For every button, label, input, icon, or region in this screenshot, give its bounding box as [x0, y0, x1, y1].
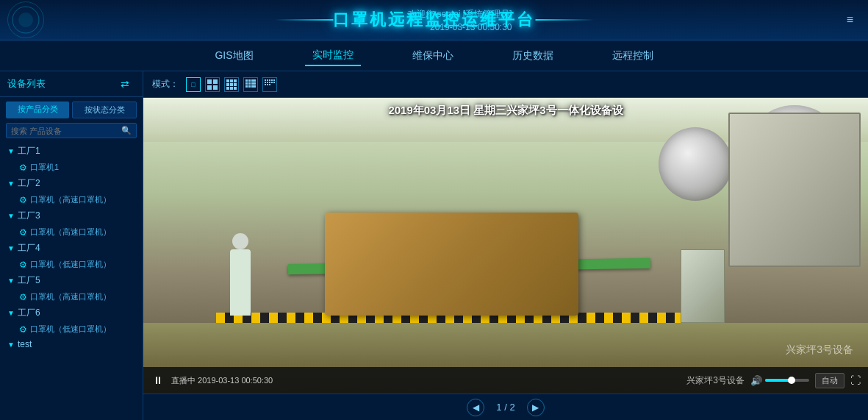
- svg-rect-13: [245, 79, 248, 82]
- device-icon-1-1: ⚙: [19, 163, 27, 173]
- tree-factory-1[interactable]: ▼ 工厂1: [3, 143, 140, 160]
- svg-rect-3: [213, 85, 218, 90]
- tree-factory-6[interactable]: ▼ 工厂6: [3, 305, 140, 321]
- tree-device-5-1[interactable]: ⚙ 口罩机（高速口罩机）: [3, 289, 140, 305]
- search-input[interactable]: [11, 127, 121, 135]
- header: 口罩机远程监控运维平台 欢迎您 sentai [系统管理员] 2019-03-1…: [0, 0, 868, 40]
- sidebar-title: 设备列表: [7, 77, 46, 90]
- svg-rect-14: [248, 79, 251, 82]
- svg-rect-20: [254, 82, 256, 85]
- factory-arrow-6: ▼: [7, 309, 15, 317]
- svg-rect-23: [251, 85, 254, 88]
- tree-device-3-1[interactable]: ⚙ 口罩机（高速口罩机）: [3, 224, 140, 240]
- tree-factory-2[interactable]: ▼ 工厂2: [3, 175, 140, 192]
- svg-rect-11: [230, 87, 233, 90]
- svg-rect-27: [269, 79, 270, 81]
- svg-rect-6: [234, 79, 237, 82]
- factory-label-2: 工厂2: [18, 177, 40, 190]
- svg-rect-28: [271, 79, 273, 81]
- volume-control: 🔊: [750, 375, 809, 386]
- menu-icon[interactable]: ≡: [847, 13, 853, 26]
- tree-device-4-1[interactable]: ⚙ 口罩机（低速口罩机）: [3, 257, 140, 272]
- header-deco-line-left: [274, 19, 333, 21]
- pause-button[interactable]: ⏸: [151, 373, 165, 388]
- svg-rect-18: [248, 82, 251, 85]
- tab-by-status[interactable]: 按状态分类: [72, 102, 137, 118]
- svg-rect-5: [230, 79, 233, 82]
- svg-rect-19: [251, 82, 254, 85]
- prev-page-button[interactable]: ◀: [467, 399, 484, 416]
- svg-rect-24: [254, 85, 256, 88]
- device-icon-6-1: ⚙: [19, 324, 27, 335]
- device-label-3-1: 口罩机（高速口罩机）: [30, 227, 111, 238]
- video-controls-bar: ⏸ 直播中 2019-03-13 00:50:30 兴家坪3号设备 🔊 自动 ⛶: [143, 367, 868, 394]
- header-deco-left: [7, 1, 44, 38]
- svg-rect-31: [267, 82, 268, 83]
- tree-device-6-1[interactable]: ⚙ 口罩机（低速口罩机）: [3, 321, 140, 337]
- search-box: 🔍: [6, 123, 137, 138]
- volume-slider-thumb: [788, 377, 795, 384]
- factory-label-3: 工厂3: [18, 210, 40, 222]
- nav-item-remote[interactable]: 远程控制: [605, 46, 661, 65]
- sidebar: 设备列表 ⇄ 按产品分类 按状态分类 🔍 ▼ 工厂1 ⚙ 口罩机1 ▼ 工厂2: [0, 71, 143, 420]
- nav-item-maintenance[interactable]: 维保中心: [405, 46, 461, 65]
- svg-rect-25: [265, 79, 266, 81]
- nav-item-realtime[interactable]: 实时监控: [305, 46, 361, 66]
- main-layout: 设备列表 ⇄ 按产品分类 按状态分类 🔍 ▼ 工厂1 ⚙ 口罩机1 ▼ 工厂2: [0, 71, 868, 420]
- pagination-bar: ◀ 1 / 2 ▶: [143, 394, 868, 420]
- svg-rect-8: [230, 83, 233, 86]
- device-label-1-1: 口罩机1: [30, 162, 59, 173]
- header-title: 口罩机远程监控运维平台: [333, 9, 535, 31]
- factory-label-6: 工厂6: [18, 307, 40, 319]
- swap-icon[interactable]: ⇄: [121, 78, 129, 90]
- tree-factory-test[interactable]: ▼ test: [3, 337, 140, 352]
- svg-rect-9: [234, 83, 237, 86]
- mode-btn-5[interactable]: [262, 77, 277, 92]
- svg-rect-30: [265, 82, 266, 83]
- mode-btn-3[interactable]: [224, 77, 239, 92]
- svg-rect-32: [269, 82, 270, 83]
- svg-rect-29: [273, 79, 275, 81]
- factory-arrow-4: ▼: [7, 244, 15, 252]
- tree-factory-5[interactable]: ▼ 工厂5: [3, 272, 140, 289]
- svg-rect-33: [271, 82, 273, 83]
- device-icon-3-1: ⚙: [19, 227, 27, 238]
- next-page-button[interactable]: ▶: [527, 399, 545, 416]
- factory-arrow-test: ▼: [7, 341, 15, 349]
- factory-arrow-3: ▼: [7, 212, 15, 220]
- video-frame: 2019年03月13日 星期三兴家坪3号一体化设备设 兴家坪3号设备: [143, 98, 868, 394]
- sidebar-header: 设备列表 ⇄: [0, 71, 143, 97]
- mode-btn-4[interactable]: [243, 77, 258, 92]
- nav-item-history[interactable]: 历史数据: [505, 46, 561, 65]
- video-watermark: 兴家坪3号设备: [786, 344, 853, 357]
- device-icon-5-1: ⚙: [19, 292, 27, 302]
- mode-btn-2[interactable]: [205, 77, 220, 92]
- svg-rect-37: [269, 84, 270, 85]
- mode-btn-1[interactable]: □: [186, 77, 201, 92]
- fullscreen-button[interactable]: ⛶: [850, 374, 861, 386]
- svg-rect-7: [226, 83, 229, 86]
- tree-factory-3[interactable]: ▼ 工厂3: [3, 207, 140, 224]
- factory-arrow-5: ▼: [7, 277, 15, 285]
- tree-factory-4[interactable]: ▼ 工厂4: [3, 240, 140, 257]
- device-icon-2-1: ⚙: [19, 195, 27, 205]
- svg-rect-15: [251, 79, 254, 82]
- svg-rect-2: [207, 85, 212, 90]
- header-title-wrap: 口罩机远程监控运维平台: [274, 9, 594, 31]
- search-icon: 🔍: [121, 126, 132, 135]
- svg-rect-1: [213, 79, 218, 84]
- video-area: 2019年03月13日 星期三兴家坪3号一体化设备设 兴家坪3号设备 ⏸ 直播中…: [143, 98, 868, 394]
- device-label-5-1: 口罩机（高速口罩机）: [30, 291, 111, 302]
- auto-button[interactable]: 自动: [815, 373, 844, 388]
- nav-item-gis[interactable]: GIS地图: [207, 46, 260, 65]
- tree-device-1-1[interactable]: ⚙ 口罩机1: [3, 160, 140, 175]
- sidebar-tabs: 按产品分类 按状态分类: [0, 97, 143, 123]
- volume-slider[interactable]: [765, 379, 809, 382]
- tree-device-2-1[interactable]: ⚙ 口罩机（高速口罩机）: [3, 192, 140, 207]
- volume-icon[interactable]: 🔊: [750, 375, 762, 386]
- tab-by-product[interactable]: 按产品分类: [6, 102, 69, 118]
- device-label-4-1: 口罩机（低速口罩机）: [30, 259, 111, 270]
- nav-bar: GIS地图 实时监控 维保中心 历史数据 远程控制: [0, 40, 868, 71]
- svg-rect-12: [234, 87, 237, 90]
- device-tree: ▼ 工厂1 ⚙ 口罩机1 ▼ 工厂2 ⚙ 口罩机（高速口罩机） ▼ 工厂3 ⚙: [0, 143, 143, 420]
